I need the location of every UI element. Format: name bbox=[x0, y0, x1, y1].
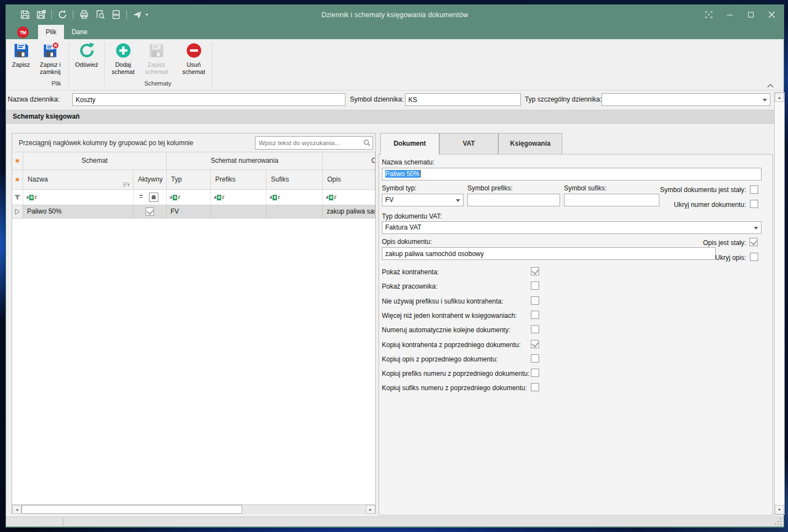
filter-cell-opis[interactable]: ABC bbox=[323, 190, 375, 205]
ribbon-tab-dane[interactable]: Dane bbox=[65, 25, 94, 39]
ribbon-tab-plik[interactable]: Plik bbox=[38, 25, 64, 39]
symbol-sufiks-input[interactable] bbox=[564, 194, 659, 206]
abc-filter-icon: ABC bbox=[326, 195, 337, 200]
band-schemat[interactable]: Schemat bbox=[23, 152, 167, 170]
abc-filter-icon: ABC bbox=[214, 195, 225, 200]
opis-staly-label: Opis jest stały: bbox=[703, 238, 746, 247]
nazwa-dziennika-input[interactable] bbox=[72, 93, 345, 106]
window-controls bbox=[700, 7, 780, 22]
close-button[interactable] bbox=[763, 7, 780, 22]
cell-aktywny[interactable] bbox=[134, 205, 167, 219]
filter-cell-aktywny[interactable]: = bbox=[134, 190, 167, 205]
numeruj-automatycznie-checkbox[interactable] bbox=[531, 325, 539, 333]
button-label: Usuń schemat bbox=[178, 61, 209, 76]
nie-uzywaj-prefiksu-checkbox[interactable] bbox=[531, 296, 539, 305]
horizontal-scroll-thumb[interactable] bbox=[22, 505, 242, 514]
kopiuj-sufiks-checkbox[interactable] bbox=[531, 383, 539, 391]
filter-cell-nazwa[interactable]: ABC bbox=[23, 190, 134, 205]
ribbon-group-plik: Plik bbox=[45, 80, 67, 87]
band-indicator-cell: ✱ bbox=[12, 152, 23, 170]
filter-indicator-cell bbox=[12, 190, 23, 205]
band-schemat-numerowania[interactable]: Schemat numerowania bbox=[167, 152, 323, 170]
typ-szczegolny-combo[interactable] bbox=[601, 93, 770, 106]
option-label: Pokaż pracownika: bbox=[382, 282, 438, 291]
group-by-panel[interactable]: Przeciągnij nagłówek kolumny by grupować… bbox=[12, 134, 375, 152]
symbol-typ-combo[interactable]: FV bbox=[382, 194, 464, 206]
opis-dokumentu-input[interactable] bbox=[382, 247, 716, 260]
cell-typ[interactable]: FV bbox=[167, 205, 211, 219]
band-opis[interactable]: Opis bbox=[323, 152, 375, 170]
status-separator bbox=[63, 518, 63, 525]
wiecej-kontrahentow-checkbox[interactable] bbox=[531, 311, 539, 319]
focus-mode-button[interactable] bbox=[700, 7, 717, 22]
grid-search-input[interactable] bbox=[258, 137, 360, 148]
symbol-staly-checkbox[interactable] bbox=[750, 185, 758, 194]
dodaj-schemat-button[interactable]: Dodaj schemat bbox=[109, 42, 137, 76]
cell-prefiks[interactable] bbox=[211, 205, 267, 219]
button-label: Odśwież bbox=[72, 61, 101, 68]
button-label: Zapisz i zamknij bbox=[35, 61, 66, 76]
pokaz-kontrahenta-checkbox[interactable] bbox=[531, 267, 539, 275]
cell-opis[interactable]: zakup paliwa samochód osobowy bbox=[323, 205, 375, 219]
aktywny-checkbox[interactable] bbox=[146, 208, 154, 216]
column-header-opis[interactable]: Opis bbox=[323, 170, 375, 190]
column-header-typ[interactable]: Typ bbox=[167, 170, 211, 190]
checkbox-filter-button[interactable] bbox=[149, 193, 158, 202]
zapisz-schemat-button[interactable]: Zapisz schemat bbox=[141, 42, 172, 76]
opis-staly-checkbox[interactable] bbox=[749, 238, 758, 246]
zapisz-i-zamknij-button[interactable]: Zapisz i zamknij bbox=[35, 42, 66, 76]
app-logo[interactable]: TM bbox=[17, 26, 29, 38]
maximize-button[interactable] bbox=[742, 7, 759, 22]
kopiuj-prefiks-checkbox[interactable] bbox=[531, 369, 539, 377]
column-header-aktywny[interactable]: Aktywny bbox=[134, 170, 167, 190]
header-indicator-cell: ✱ bbox=[12, 170, 23, 190]
remove-icon bbox=[185, 42, 203, 59]
resize-grip[interactable] bbox=[775, 518, 781, 525]
symbol-prefiks-label: Symbol prefiks: bbox=[467, 184, 513, 193]
cell-nazwa[interactable]: Paliwo 50% bbox=[23, 205, 134, 219]
button-label: Zapisz schemat bbox=[141, 61, 172, 76]
zapisz-button[interactable]: Zapisz bbox=[8, 42, 34, 68]
typ-vat-combo[interactable]: Faktura VAT bbox=[382, 221, 762, 234]
column-header-nazwa[interactable]: Nazwa bbox=[23, 170, 134, 190]
tab-ksiegowania[interactable]: Księgowania bbox=[498, 133, 562, 155]
symbol-sufiks-label: Symbol sufiks: bbox=[564, 184, 606, 193]
column-header-sufiks[interactable]: Sufiks bbox=[267, 170, 323, 190]
chevron-down-icon bbox=[763, 99, 767, 102]
ribbon-separator bbox=[68, 42, 69, 87]
pokaz-pracownika-checkbox[interactable] bbox=[531, 281, 539, 290]
scroll-down-arrow[interactable]: ▼ bbox=[775, 505, 784, 514]
combo-value: Faktura VAT bbox=[385, 224, 422, 231]
option-label: Więcej niż jeden kontrahent w księgowani… bbox=[382, 311, 517, 320]
minimize-button[interactable] bbox=[721, 7, 738, 22]
tab-dokument[interactable]: Dokument bbox=[380, 133, 439, 155]
scroll-left-arrow[interactable]: ◄ bbox=[12, 505, 22, 514]
scroll-up-arrow[interactable]: ▲ bbox=[775, 93, 784, 102]
refresh-icon bbox=[78, 42, 95, 59]
window-title: Dziennik i schematy księgowania dokument… bbox=[6, 11, 784, 19]
filter-cell-sufiks[interactable]: ABC bbox=[267, 190, 323, 205]
scroll-right-arrow[interactable]: ► bbox=[366, 505, 375, 514]
filter-cell-typ[interactable]: ABC bbox=[167, 190, 211, 205]
symbol-prefiks-input[interactable] bbox=[467, 194, 560, 206]
column-header-prefiks[interactable]: Prefiks bbox=[211, 170, 267, 190]
symbol-dziennika-input[interactable] bbox=[405, 93, 521, 106]
kopiuj-opis-checkbox[interactable] bbox=[531, 354, 539, 363]
column-label: Nazwa bbox=[28, 175, 48, 183]
odswiez-button[interactable]: Odśwież bbox=[72, 42, 101, 68]
ribbon-collapse-button[interactable] bbox=[766, 81, 776, 89]
tab-vat[interactable]: VAT bbox=[439, 133, 498, 155]
vertical-scrollbar[interactable]: ▲ ▼ bbox=[774, 92, 785, 515]
horizontal-scrollbar[interactable]: ◄ ► bbox=[12, 504, 375, 514]
ukryj-opis-checkbox[interactable] bbox=[750, 253, 758, 261]
typ-vat-label: Typ dokumentu VAT: bbox=[382, 212, 442, 221]
nazwa-schematu-input[interactable]: Paliwo 50% bbox=[382, 168, 762, 180]
usun-schemat-button[interactable]: Usuń schemat bbox=[178, 42, 209, 76]
nazwa-schematu-label: Nazwa schematu: bbox=[382, 158, 434, 167]
ribbon-separator bbox=[104, 42, 105, 87]
ukryj-numer-checkbox[interactable] bbox=[750, 200, 758, 208]
filter-cell-prefiks[interactable]: ABC bbox=[211, 190, 267, 205]
kopiuj-kontrahenta-checkbox[interactable] bbox=[531, 340, 539, 348]
save-disabled-icon bbox=[148, 42, 165, 59]
cell-sufiks[interactable] bbox=[267, 205, 323, 219]
